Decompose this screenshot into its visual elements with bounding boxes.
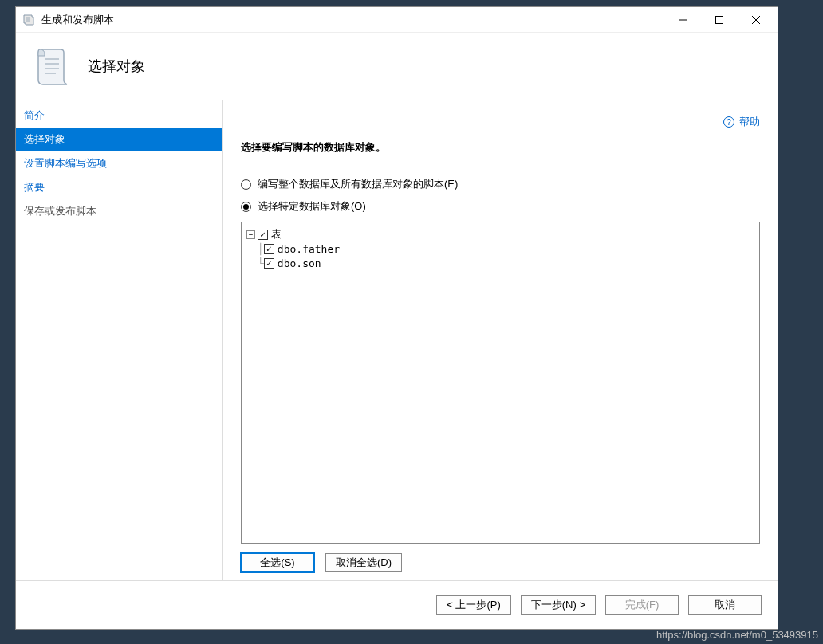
back-button[interactable]: < 上一步(P)	[436, 595, 511, 615]
sidebar-item-intro[interactable]: 简介	[16, 104, 222, 128]
help-link[interactable]: ? 帮助	[723, 115, 760, 129]
tree-connector-icon: ├	[258, 243, 264, 255]
instruction-text: 选择要编写脚本的数据库对象。	[241, 140, 760, 155]
wizard-footer: < 上一步(P) 下一步(N) > 完成(F) 取消	[16, 580, 778, 629]
window-controls	[664, 8, 774, 32]
tree-item-label: dbo.son	[278, 257, 321, 269]
radio-icon	[241, 202, 251, 212]
radio-all-objects[interactable]: 编写整个数据库及所有数据库对象的脚本(E)	[241, 177, 760, 191]
collapse-icon[interactable]: −	[246, 230, 255, 239]
tree-checkbox[interactable]	[258, 230, 268, 240]
main-content: ? 帮助 选择要编写脚本的数据库对象。 编写整个数据库及所有数据库对象的脚本(E…	[223, 100, 778, 580]
tree-root[interactable]: − 表	[246, 227, 754, 242]
svg-rect-1	[716, 16, 723, 23]
tree-checkbox[interactable]	[264, 258, 274, 269]
wizard-header: 选择对象	[16, 33, 778, 100]
window-title: 生成和发布脚本	[41, 13, 664, 27]
cancel-button[interactable]: 取消	[688, 595, 762, 615]
script-icon	[33, 45, 73, 88]
sidebar: 简介 选择对象 设置脚本编写选项 摘要 保存或发布脚本	[16, 100, 223, 580]
tree-root-label: 表	[271, 227, 282, 242]
wizard-window: 生成和发布脚本 选择对象 简	[15, 6, 778, 630]
sidebar-item-summary[interactable]: 摘要	[16, 175, 222, 199]
sidebar-item-scripting-options[interactable]: 设置脚本编写选项	[16, 151, 222, 175]
radio-all-label: 编写整个数据库及所有数据库对象的脚本(E)	[258, 177, 458, 191]
next-button[interactable]: 下一步(N) >	[521, 595, 596, 615]
select-all-button[interactable]: 全选(S)	[241, 553, 314, 572]
tree-item[interactable]: └ dbo.son	[258, 256, 754, 270]
tree-checkbox[interactable]	[264, 244, 274, 254]
radio-icon	[241, 179, 251, 190]
object-tree[interactable]: − 表 ├ dbo.father └ dbo.son	[241, 222, 760, 544]
close-button[interactable]	[738, 8, 774, 32]
tree-item-label: dbo.father	[278, 243, 340, 255]
titlebar: 生成和发布脚本	[16, 7, 778, 33]
wizard-body: 简介 选择对象 设置脚本编写选项 摘要 保存或发布脚本 ? 帮助 选择要编写脚本…	[16, 100, 778, 580]
sidebar-item-save-publish[interactable]: 保存或发布脚本	[16, 199, 222, 223]
radio-specific-label: 选择特定数据库对象(O)	[258, 199, 366, 214]
page-title: 选择对象	[88, 57, 145, 76]
help-label: 帮助	[739, 115, 760, 129]
radio-specific-objects[interactable]: 选择特定数据库对象(O)	[241, 199, 760, 214]
watermark: https://blog.csdn.net/m0_53493915	[656, 629, 818, 641]
sidebar-item-select-objects[interactable]: 选择对象	[16, 128, 222, 151]
tree-connector-icon: └	[258, 257, 264, 269]
help-icon: ?	[723, 116, 734, 128]
minimize-button[interactable]	[664, 8, 701, 32]
finish-button: 完成(F)	[605, 595, 679, 615]
deselect-all-button[interactable]: 取消全选(D)	[325, 553, 402, 572]
selection-buttons: 全选(S) 取消全选(D)	[241, 553, 760, 572]
maximize-button[interactable]	[701, 8, 738, 32]
tree-item[interactable]: ├ dbo.father	[258, 242, 754, 256]
app-icon	[22, 14, 35, 26]
